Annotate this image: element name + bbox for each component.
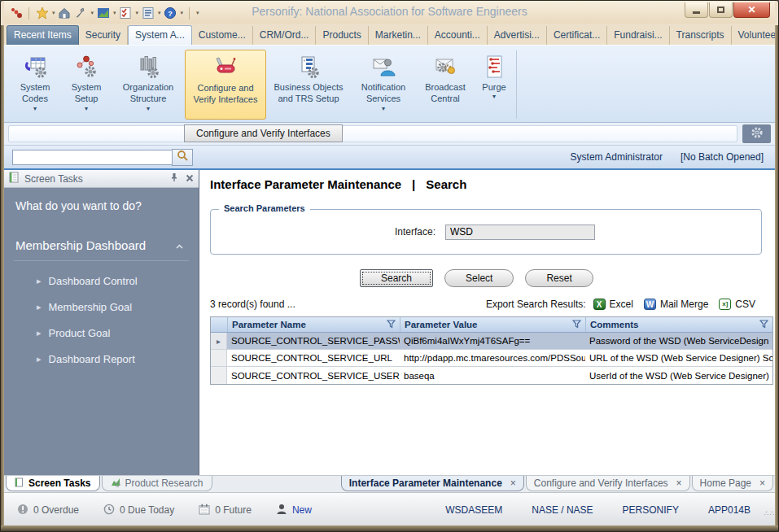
cell-parameter-name[interactable]: SOURCE_CONTROL_SERVICE_PASSWORD	[227, 333, 400, 349]
cell-parameter-name[interactable]: SOURCE_CONTROL_SERVICE_URL	[227, 350, 400, 366]
dropdown-caret-icon[interactable]: ▾	[136, 10, 139, 16]
status-new[interactable]: New	[276, 504, 312, 517]
status-environment[interactable]: PERSONIFY	[623, 504, 679, 516]
ribbon-button-system-setup[interactable]: System Setup ▾	[61, 50, 112, 120]
open-screen-button[interactable]: Configure and Verify Interfaces	[184, 124, 343, 142]
app-logo-icon[interactable]	[9, 7, 23, 20]
export-csv-link[interactable]: CSV	[735, 299, 755, 310]
search-button[interactable]	[172, 149, 193, 166]
tab-security[interactable]: Security	[79, 26, 128, 45]
cell-parameter-value[interactable]: baseqa	[400, 367, 585, 384]
tab-close-icon[interactable]: ×	[759, 477, 765, 489]
tab-volunteers[interactable]: Volunteer...	[732, 26, 779, 45]
close-button[interactable]: ✕	[733, 2, 770, 18]
dock-tab-screen-tasks[interactable]: Screen Tasks	[6, 476, 100, 491]
status-org-unit[interactable]: NASE / NASE	[532, 504, 593, 516]
cell-parameter-name[interactable]: SOURCE_CONTROL_SERVICE_USER_ID	[227, 367, 400, 384]
document-list-icon[interactable]	[141, 7, 155, 20]
qat-overflow-icon[interactable]: ▾	[196, 10, 199, 16]
doc-tab-interface-parameter-maintenance[interactable]: Interface Parameter Maintenance ×	[341, 476, 524, 491]
doc-tab-configure-and-verify-interfaces[interactable]: Configure and Verify Interfaces ×	[526, 476, 690, 491]
ribbon-button-purge[interactable]: Purge ▾	[475, 50, 514, 120]
tab-advertising[interactable]: Advertisi...	[488, 26, 547, 45]
tab-accounting[interactable]: Accounti...	[428, 26, 488, 45]
wrench-icon[interactable]	[74, 7, 88, 20]
status-due-today[interactable]: 0 Due Today	[103, 504, 174, 517]
ribbon-button-organization-structure[interactable]: Organization Structure ▾	[112, 50, 185, 120]
tab-fundraising[interactable]: Fundraisi...	[607, 26, 669, 45]
resize-grip[interactable]: ∴∴	[764, 512, 772, 520]
cell-parameter-value[interactable]: QiBf6mi4aIWxYmj4T6SAFg==	[400, 333, 585, 349]
quick-search-input[interactable]	[12, 150, 172, 165]
dropdown-caret-icon[interactable]: ▾	[52, 10, 55, 16]
export-excel-link[interactable]: Excel	[610, 299, 633, 310]
search-submit-button[interactable]: Search	[360, 269, 433, 287]
dropdown-caret-icon[interactable]: ▾	[158, 10, 161, 16]
ribbon-button-business-objects-trs-setup[interactable]: Business Objects and TRS Setup	[266, 50, 351, 120]
tab-system-admin[interactable]: System A...	[128, 25, 192, 46]
chart-icon[interactable]	[96, 7, 110, 20]
batch-status[interactable]: [No Batch Opened]	[681, 151, 764, 163]
tab-close-icon[interactable]: ×	[510, 477, 516, 489]
doc-tab-home-page[interactable]: Home Page ×	[692, 476, 773, 491]
help-icon[interactable]: ?	[164, 7, 177, 20]
tab-recent-items[interactable]: Recent Items	[7, 25, 79, 45]
maximize-button[interactable]	[709, 2, 733, 18]
tab-marketing[interactable]: Marketin...	[369, 26, 428, 45]
table-row[interactable]: SOURCE_CONTROL_SERVICE_URL http://pdapp.…	[211, 350, 772, 367]
cell-comments[interactable]: URL of the WSD (Web Service Designer) So	[585, 350, 772, 366]
table-row[interactable]: SOURCE_CONTROL_SERVICE_USER_ID baseqa Us…	[211, 367, 772, 384]
favorites-star-icon[interactable]	[35, 7, 49, 20]
research-chart-icon	[111, 477, 120, 490]
filter-icon[interactable]	[572, 320, 581, 330]
status-future[interactable]: 0 Future	[199, 504, 252, 517]
section-membership-dashboard[interactable]: Membership Dashboard	[15, 238, 187, 252]
status-user-id[interactable]: WSDASEEM	[445, 504, 502, 516]
sidebar-item-dashboard-control[interactable]: ▸ Dashboard Control	[15, 275, 187, 287]
sidebar-item-membership-goal[interactable]: ▸ Membership Goal	[15, 301, 187, 313]
tab-close-icon[interactable]: ×	[676, 477, 682, 489]
chevron-collapse-icon[interactable]	[175, 238, 184, 252]
grid-header-parameter-name[interactable]: Parameter Name	[227, 317, 400, 332]
row-selector[interactable]	[211, 350, 227, 366]
minimize-button[interactable]	[685, 2, 708, 18]
filter-icon[interactable]	[387, 320, 396, 330]
cell-comments[interactable]: UserId of the WSD (Web Service Designer)	[585, 367, 772, 384]
status-overdue[interactable]: 0 Overdue	[17, 504, 79, 517]
ribbon-button-broadcast-central[interactable]: Broadcast Central	[416, 50, 475, 120]
tab-crm-orders[interactable]: CRM/Ord...	[253, 26, 317, 45]
grid-header-parameter-value[interactable]: Parameter Value	[400, 317, 585, 332]
grid-header-comments[interactable]: Comments	[585, 317, 772, 332]
pin-icon[interactable]	[170, 172, 178, 185]
tab-customers[interactable]: Custome...	[192, 26, 253, 45]
screens-settings-button[interactable]	[742, 124, 771, 143]
table-row[interactable]: ▸ SOURCE_CONTROL_SERVICE_PASSWORD QiBf6m…	[211, 333, 772, 350]
dock-tab-product-research[interactable]: Product Research	[102, 476, 212, 491]
ribbon-button-system-codes[interactable]: System Codes ▾	[9, 50, 61, 120]
interface-field[interactable]	[445, 225, 595, 240]
cell-parameter-value[interactable]: http://pdapp.mc.tmaresources.com/PDSSour	[400, 350, 585, 366]
ribbon-button-notification-services[interactable]: Notification Services ▾	[351, 50, 416, 120]
checklist-icon[interactable]	[119, 7, 133, 20]
sidebar-item-product-goal[interactable]: ▸ Product Goal	[15, 327, 187, 339]
status-app-server[interactable]: APP014B	[708, 504, 751, 516]
tab-products[interactable]: Products	[316, 26, 368, 45]
tab-certification[interactable]: Certificat...	[547, 26, 607, 45]
column-label: Parameter Value	[405, 320, 478, 329]
export-mail-merge-link[interactable]: Mail Merge	[660, 299, 708, 310]
tab-transcripts[interactable]: Transcripts	[670, 26, 732, 45]
row-selector[interactable]: ▸	[211, 333, 227, 349]
filter-icon[interactable]	[759, 320, 768, 330]
reset-button[interactable]: Reset	[525, 269, 593, 287]
dropdown-caret-icon[interactable]: ▾	[113, 10, 116, 16]
home-icon[interactable]	[58, 7, 72, 20]
dropdown-caret-icon[interactable]: ▾	[91, 10, 94, 16]
cell-comments[interactable]: Password of the WSD (Web ServiceDesign	[585, 333, 772, 349]
sidebar-item-dashboard-report[interactable]: ▸ Dashboard Report	[15, 353, 187, 365]
current-user[interactable]: System Administrator	[571, 151, 663, 163]
select-button[interactable]: Select	[444, 269, 514, 287]
dropdown-caret-icon[interactable]: ▾	[181, 10, 184, 16]
close-panel-icon[interactable]	[186, 173, 194, 185]
ribbon-button-configure-and-verify-interfaces[interactable]: Configure and Verify Interfaces	[185, 50, 266, 120]
row-selector[interactable]	[211, 367, 227, 384]
